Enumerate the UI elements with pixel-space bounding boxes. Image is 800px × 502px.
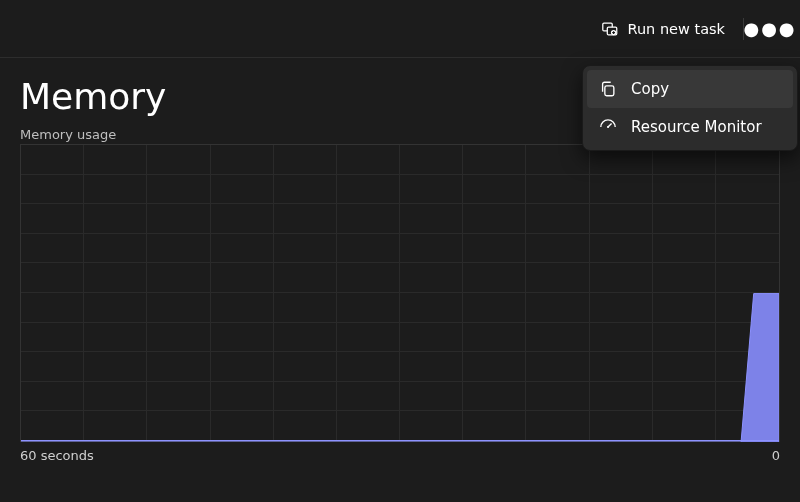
menu-item-label: Copy (631, 80, 669, 98)
svg-marker-5 (21, 294, 779, 443)
copy-icon (599, 80, 617, 98)
menu-item-label: Resource Monitor (631, 118, 762, 136)
chart-baseline (21, 440, 779, 441)
menu-item-copy[interactable]: Copy (587, 70, 793, 108)
memory-usage-chart (20, 144, 780, 442)
menu-item-resource-monitor[interactable]: Resource Monitor (587, 108, 793, 146)
context-menu: Copy Resource Monitor (582, 65, 798, 151)
run-new-task-label: Run new task (627, 21, 725, 37)
ellipsis-icon: ●●● (743, 18, 796, 39)
x-axis-right-label: 0 (772, 448, 780, 463)
svg-point-8 (607, 126, 609, 128)
run-new-task-button[interactable]: Run new task (589, 14, 737, 44)
x-axis-left-label: 60 seconds (20, 448, 94, 463)
x-axis-labels: 60 seconds 0 (20, 448, 780, 463)
svg-rect-6 (605, 86, 614, 96)
chart-wrap: 60 seconds 0 (20, 144, 780, 463)
chart-data-area (21, 145, 779, 442)
run-new-task-icon (601, 20, 619, 38)
more-options-button[interactable]: ●●● (750, 12, 790, 46)
toolbar: Run new task ●●● (0, 0, 800, 58)
resource-monitor-icon (599, 118, 617, 136)
